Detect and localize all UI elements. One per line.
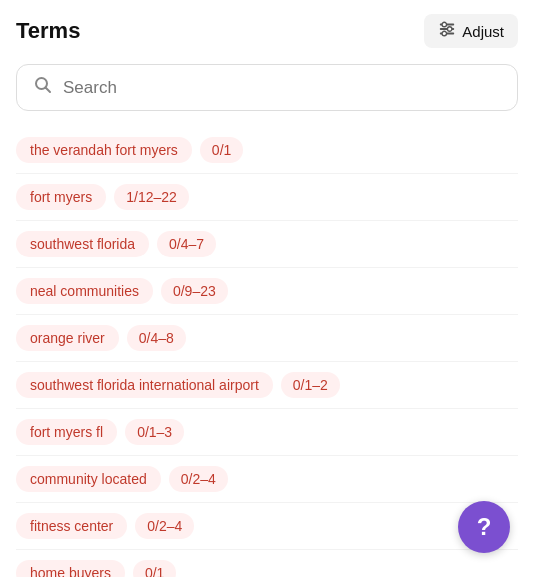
- page-title: Terms: [16, 18, 80, 44]
- svg-point-4: [448, 27, 453, 32]
- term-range: 1/12–22: [114, 184, 189, 210]
- term-row[interactable]: fitness center0/2–4: [16, 503, 518, 550]
- term-range: 0/2–4: [135, 513, 194, 539]
- term-range: 0/1: [200, 137, 243, 163]
- term-label: home buyers: [16, 560, 125, 577]
- term-label: southwest florida: [16, 231, 149, 257]
- term-range: 0/9–23: [161, 278, 228, 304]
- term-label: fort myers fl: [16, 419, 117, 445]
- adjust-label: Adjust: [462, 23, 504, 40]
- svg-point-3: [442, 22, 447, 27]
- term-row[interactable]: southwest florida0/4–7: [16, 221, 518, 268]
- search-bar-wrapper: [0, 58, 534, 123]
- term-row[interactable]: orange river0/4–8: [16, 315, 518, 362]
- term-label: fort myers: [16, 184, 106, 210]
- term-label: neal communities: [16, 278, 153, 304]
- term-range: 0/4–7: [157, 231, 216, 257]
- help-button[interactable]: ?: [458, 501, 510, 553]
- page-header: Terms Adjust: [0, 0, 534, 58]
- search-input[interactable]: [63, 78, 501, 98]
- terms-list: the verandah fort myers0/1fort myers1/12…: [0, 123, 534, 577]
- term-range: 0/1–2: [281, 372, 340, 398]
- term-range: 0/4–8: [127, 325, 186, 351]
- term-label: the verandah fort myers: [16, 137, 192, 163]
- svg-line-7: [46, 88, 51, 93]
- term-row[interactable]: fort myers1/12–22: [16, 174, 518, 221]
- term-range: 0/2–4: [169, 466, 228, 492]
- term-label: orange river: [16, 325, 119, 351]
- term-row[interactable]: southwest florida international airport0…: [16, 362, 518, 409]
- term-row[interactable]: community located0/2–4: [16, 456, 518, 503]
- term-row[interactable]: the verandah fort myers0/1: [16, 127, 518, 174]
- term-row[interactable]: fort myers fl0/1–3: [16, 409, 518, 456]
- term-range: 0/1–3: [125, 419, 184, 445]
- term-label: southwest florida international airport: [16, 372, 273, 398]
- adjust-icon: [438, 20, 456, 42]
- search-icon: [33, 75, 53, 100]
- svg-point-5: [442, 31, 447, 36]
- term-row[interactable]: home buyers0/1: [16, 550, 518, 577]
- adjust-button[interactable]: Adjust: [424, 14, 518, 48]
- term-row[interactable]: neal communities0/9–23: [16, 268, 518, 315]
- term-range: 0/1: [133, 560, 176, 577]
- term-label: community located: [16, 466, 161, 492]
- help-icon: ?: [477, 513, 492, 541]
- search-bar[interactable]: [16, 64, 518, 111]
- term-label: fitness center: [16, 513, 127, 539]
